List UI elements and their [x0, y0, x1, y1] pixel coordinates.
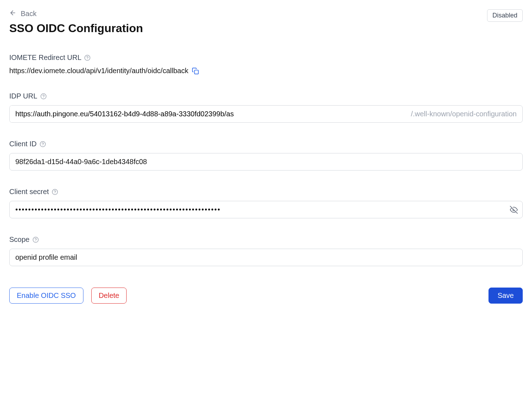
idp-url-input[interactable]	[10, 106, 409, 122]
page-title: SSO OIDC Configuration	[9, 22, 143, 35]
help-icon[interactable]	[52, 189, 58, 195]
scope-label: Scope	[9, 235, 30, 244]
idp-url-label: IDP URL	[9, 92, 37, 100]
help-icon[interactable]	[40, 93, 47, 100]
scope-input[interactable]	[9, 249, 523, 266]
eye-off-icon[interactable]	[510, 206, 518, 214]
client-id-label: Client ID	[9, 140, 37, 148]
help-icon[interactable]	[32, 237, 39, 243]
copy-icon[interactable]	[192, 67, 199, 75]
status-badge: Disabled	[487, 9, 523, 22]
redirect-url-label: IOMETE Redirect URL	[9, 54, 81, 62]
redirect-url-value: https://dev.iomete.cloud/api/v1/identity…	[9, 67, 188, 75]
help-icon[interactable]	[84, 55, 91, 61]
idp-url-field-wrap: /.well-known/openid-configuration	[9, 105, 523, 123]
idp-url-suffix: /.well-known/openid-configuration	[409, 110, 517, 118]
help-icon[interactable]	[40, 141, 46, 147]
client-secret-input[interactable]	[9, 201, 523, 218]
client-secret-label: Client secret	[9, 188, 49, 196]
client-id-input[interactable]	[9, 153, 523, 171]
svg-rect-3	[195, 70, 199, 74]
save-button[interactable]: Save	[488, 288, 523, 304]
arrow-left-icon	[9, 9, 16, 18]
back-link[interactable]: Back	[9, 9, 36, 18]
enable-oidc-sso-button[interactable]: Enable OIDC SSO	[9, 288, 83, 304]
back-label: Back	[21, 10, 36, 18]
delete-button[interactable]: Delete	[91, 288, 127, 304]
